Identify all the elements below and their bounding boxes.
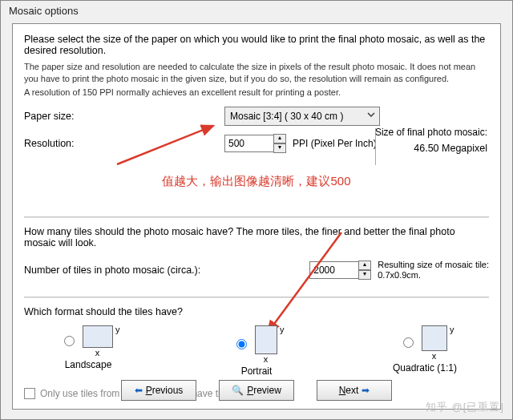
magnifier-icon: 🔍 [232,385,244,396]
radio-portrait[interactable] [236,339,247,349]
fine-print-1: The paper size and resolution are needed… [24,61,489,85]
tile-size-label: Resulting size of mosaic tile: [378,260,489,270]
watermark: 知乎 @[已重置] [426,400,504,414]
quadratic-label: Quadratic (1:1) [393,362,457,374]
window: Mosaic options Please select the size of… [0,0,513,420]
resolution-label: Resolution: [24,138,200,149]
button-bar: ⬅ Previous 🔍 Preview Next ➡ [13,380,500,401]
preview-label: review [253,385,281,396]
next-button[interactable]: Next ➡ [317,380,392,401]
tiles-question: How many tiles should the photo mosaic h… [24,226,489,248]
intro-text: Please select the size of the paper on w… [24,34,489,56]
resolution-input[interactable] [224,135,274,152]
final-size-value: 46.50 Megapixel [414,143,487,154]
tiles-count-label: Number of tiles in photo mosaic (circa.)… [24,265,309,276]
landscape-label: Landscape [65,359,112,370]
previous-button[interactable]: ⬅ Previous [121,380,196,401]
final-size-label: Size of final photo mosaic: [375,127,487,138]
tiles-up-button[interactable]: ▴ [358,260,371,270]
paper-size-label: Paper size: [24,111,200,122]
next-label: ext [345,385,358,396]
tiles-down-button[interactable]: ▾ [358,270,371,280]
chevron-down-icon [366,110,376,122]
radio-landscape[interactable] [64,336,75,346]
tile-size-value: 0.7x0.9cm. [378,270,489,281]
paper-size-combo[interactable]: Mosaic [3:4] ( 30 x 40 cm ) [224,107,380,126]
window-title: Mosaic options [1,1,512,21]
arrow-right-icon: ➡ [362,385,370,396]
quadratic-icon: y [422,325,447,351]
landscape-icon: y [83,325,113,348]
previous-label: revious [152,385,184,396]
resolution-up-button[interactable]: ▴ [273,134,286,143]
options-panel: Please select the size of the paper on w… [12,23,501,410]
resolution-unit: PPI (Pixel Per Inch) [293,138,377,149]
cn-annotation: 值越大，输出图像越清晰，建议500 [24,174,489,189]
portrait-icon: y [255,325,277,354]
arrow-left-icon: ⬅ [135,385,143,396]
resolution-spinner[interactable]: ▴ ▾ [224,134,286,153]
tiles-count-spinner[interactable]: ▴ ▾ [309,260,371,280]
tiles-count-input[interactable] [309,261,359,279]
resolution-down-button[interactable]: ▾ [273,143,286,153]
fine-print-2: A resolution of 150 PPI normally achieve… [24,87,489,99]
paper-size-value: Mosaic [3:4] ( 30 x 40 cm ) [230,111,343,122]
divider-2 [24,297,489,298]
preview-button[interactable]: 🔍 Preview [219,380,294,401]
portrait-label: Portrait [241,365,273,377]
radio-quadratic[interactable] [403,337,414,348]
divider-1 [24,216,489,218]
format-question: Which format should the tiles have? [24,306,489,317]
format-radio-group: y x Landscape y x Portrait [24,325,489,377]
